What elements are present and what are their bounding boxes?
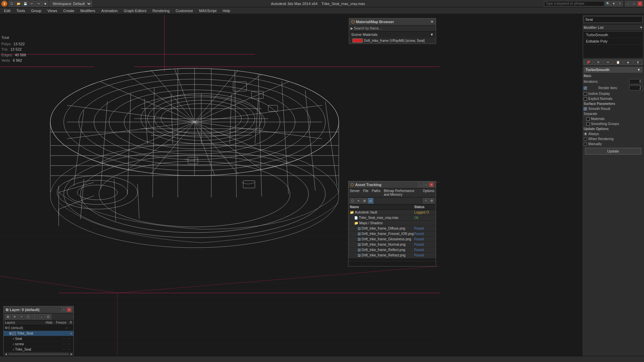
layer-row[interactable]: ○ screw······ — [4, 342, 73, 347]
asset-menu-bitmap[interactable]: Bitmap Performance and Memory — [383, 189, 420, 197]
scrollbar-right[interactable]: ▶ — [69, 352, 73, 356]
scene-materials-header[interactable]: Scene Materials ▼ — [349, 32, 436, 38]
asset-tb-help-btn[interactable]: ? — [423, 198, 428, 203]
stack-make-unique-btn[interactable]: ◈ — [624, 60, 633, 65]
layers-tb-btn-5[interactable]: ↑ — [32, 314, 38, 319]
menu-animation[interactable]: Animation — [99, 8, 120, 13]
isoline-checkbox[interactable] — [584, 92, 587, 96]
layers-tb-btn-2[interactable]: ✕ — [12, 314, 18, 319]
stack-pin-btn[interactable]: 📌 — [584, 60, 593, 65]
modifier-stack: TurboSmooth Editable Poly — [583, 32, 643, 58]
open-btn[interactable]: 📂 — [15, 1, 21, 7]
stack-collapse-btn[interactable]: ⬇ — [633, 60, 643, 65]
menu-modifiers[interactable]: Modifiers — [77, 8, 98, 13]
redo-btn[interactable]: ↪ — [36, 1, 42, 7]
layers-tb-btn-1[interactable]: ⊞ — [5, 314, 11, 319]
stack-paste-btn[interactable]: 📋 — [613, 60, 623, 65]
new-btn[interactable]: 🗋 — [9, 1, 15, 7]
menu-edit[interactable]: Edit — [1, 8, 13, 13]
asset-table-row[interactable]: 🖼Drift_trike_frame_Glossiness.pngFound — [348, 237, 436, 242]
modifier-list-dropdown[interactable]: ▼ — [640, 26, 643, 29]
asset-scrollbar[interactable] — [348, 258, 436, 261]
asset-tb-btn-4[interactable]: ⊟ — [368, 198, 373, 203]
menu-maxscript[interactable]: MAXScript — [197, 8, 219, 13]
layers-tb-btn-4[interactable]: ⬡ — [25, 314, 31, 319]
layers-close-btn[interactable]: ✕ — [67, 307, 71, 312]
mat-item-drift-trike[interactable]: Drift_trike_frame (VRayMtl) [screw, Seat… — [349, 38, 436, 44]
update-button[interactable]: Update — [585, 148, 641, 155]
render-btn[interactable]: ■ — [42, 1, 48, 7]
object-name-input[interactable] — [584, 16, 643, 23]
iterations-input[interactable] — [629, 79, 643, 84]
layer-row[interactable]: ○ Seat······ — [4, 336, 73, 342]
materials-row: Materials — [584, 116, 643, 121]
asset-menu-file[interactable]: File — [362, 189, 369, 197]
smooth-result-checkbox[interactable] — [584, 107, 587, 111]
layer-row[interactable]: ⧉ 0 (default)✓ — [4, 325, 73, 331]
layers-help-btn[interactable]: ? — [61, 307, 66, 312]
materials-checkbox[interactable] — [586, 117, 590, 121]
workspace-dropdown[interactable]: Workspace: Default — [50, 1, 92, 7]
stack-delete-btn[interactable]: ✕ — [594, 60, 603, 65]
render-iters-checkbox[interactable] — [584, 86, 587, 90]
layers-tb-btn-6[interactable]: ↓ — [39, 314, 45, 319]
material-search-toggle[interactable]: ▶ Search by Name ... — [351, 26, 383, 30]
asset-table-row[interactable]: 📁Autodesk VaultLogged O — [348, 210, 436, 215]
menu-group[interactable]: Group — [29, 8, 44, 13]
layers-tb-btn-3[interactable]: + — [18, 314, 24, 319]
modifier-turbosmooth[interactable]: TurboSmooth — [583, 32, 643, 38]
menu-graph-editors[interactable]: Graph Editors — [121, 8, 149, 13]
asset-tb-settings-btn[interactable]: ⚙ — [429, 198, 434, 203]
scrollbar-track[interactable] — [8, 353, 69, 355]
modifier-editable-poly[interactable]: Editable Poly — [583, 38, 643, 45]
asset-table-row[interactable]: 📁Maps / Shaders — [348, 221, 436, 226]
smoothing-groups-checkbox[interactable] — [586, 122, 590, 126]
search-icon-btn[interactable]: 🔍 — [605, 1, 610, 6]
layers-scrollbar[interactable]: ◀ ▶ — [4, 352, 73, 355]
asset-tb-btn-1[interactable]: ⬡ — [350, 198, 355, 203]
menu-tools[interactable]: Tools — [14, 8, 28, 13]
minimize-btn[interactable]: – — [625, 1, 631, 6]
asset-table-row[interactable]: 📄Trike_Seat_max_vray.maxOk — [348, 215, 436, 221]
asset-tracking-restore-btn[interactable]: □ — [424, 182, 428, 187]
asset-table-row[interactable]: 🖼Drift_trike_frame_Fresnel_IOR.pngFound — [348, 231, 436, 237]
right-panel: Modifier List ▼ TurboSmooth Editable Pol… — [582, 15, 644, 362]
asset-tb-btn-3[interactable]: ⊞ — [362, 198, 367, 203]
undo-btn[interactable]: ↩ — [29, 1, 35, 7]
render-iters-input[interactable] — [629, 85, 643, 90]
restore-btn[interactable]: □ — [631, 1, 637, 6]
layers-tb-btn-7[interactable]: ⊡ — [45, 314, 51, 319]
layers-body: ⧉ 0 (default)✓⊞ Trike_Seat■○ Seat······○… — [4, 325, 73, 352]
asset-table-row[interactable]: 🖼Drift_trike_frame_Reflect.pngFound — [348, 247, 436, 253]
asset-table-row[interactable]: 🖼Drift_trike_frame_Diffuse.pngFound — [348, 226, 436, 231]
asset-table-row[interactable]: 🖼Drift_trike_frame_Refract.pngFound — [348, 253, 436, 258]
asset-menu-options[interactable]: Options — [422, 189, 435, 197]
material-browser-close-btn[interactable]: ✕ — [430, 19, 434, 24]
when-rendering-radio[interactable] — [584, 137, 587, 141]
asset-tracking-toolbar: ⬡ ≡ ⊞ ⊟ ? ⚙ — [348, 197, 436, 204]
asset-menu-server[interactable]: Server — [349, 189, 360, 197]
scrollbar-left[interactable]: ◀ — [4, 352, 8, 356]
layer-row[interactable]: ○ Trike_Seat······ — [4, 347, 73, 352]
asset-table-row[interactable]: 🖼Drift_trike_frame_Normal.pngFound — [348, 242, 436, 247]
always-radio[interactable] — [584, 132, 587, 136]
menu-help[interactable]: Help — [220, 8, 233, 13]
manually-radio[interactable] — [584, 142, 587, 146]
search-options-btn[interactable]: ▼ — [611, 1, 616, 6]
menu-rendering[interactable]: Rendering — [150, 8, 172, 13]
explicit-normals-checkbox[interactable] — [584, 97, 587, 101]
asset-tracking-close-btn[interactable]: ✕ — [429, 182, 434, 187]
menu-customize[interactable]: Customize — [173, 8, 196, 13]
layer-row[interactable]: ⊞ Trike_Seat■ — [4, 331, 73, 336]
asset-tracking-minimize-btn[interactable]: – — [418, 182, 423, 187]
menu-views[interactable]: Views — [45, 8, 60, 13]
asset-menu-paths[interactable]: Paths — [371, 189, 381, 197]
asset-tb-btn-2[interactable]: ≡ — [356, 198, 361, 203]
search-input[interactable] — [544, 1, 604, 6]
help-icon-btn[interactable]: ? — [617, 1, 623, 6]
save-btn[interactable]: 💾 — [22, 1, 28, 7]
close-btn[interactable]: ✕ — [637, 1, 643, 6]
menu-create[interactable]: Create — [60, 8, 77, 13]
stack-cut-btn[interactable]: ✂ — [603, 60, 613, 65]
turbosmooth-header[interactable]: TurboSmooth ▼ — [584, 67, 643, 73]
